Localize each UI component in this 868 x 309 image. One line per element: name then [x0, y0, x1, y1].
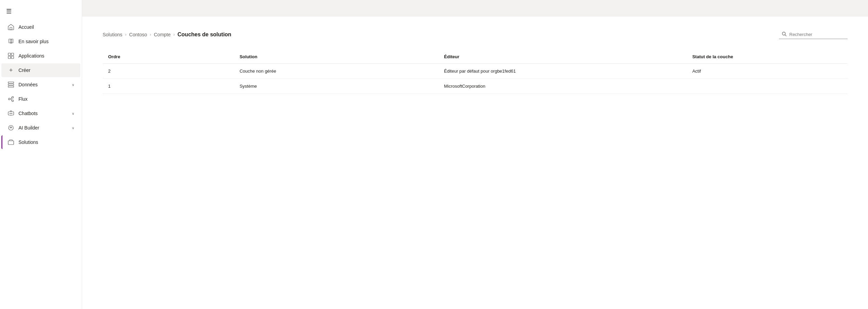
col-header-ordre: Ordre — [103, 50, 234, 64]
sidebar-item-solutions[interactable]: Solutions — [1, 135, 80, 149]
cell-editeur-1: Éditeur par défaut pour orgbe1fed61 — [439, 64, 687, 79]
svg-point-15 — [11, 111, 11, 111]
ai-builder-chevron-icon: ∨ — [72, 126, 74, 130]
sidebar-item-donnees-label: Données — [18, 82, 68, 87]
sidebar-item-en-savoir-plus[interactable]: En savoir plus — [1, 35, 80, 48]
hamburger-button[interactable]: ☰ — [0, 3, 82, 20]
cell-ordre-1: 2 — [103, 64, 234, 79]
breadcrumb-sep-3: › — [173, 32, 175, 37]
svg-point-19 — [782, 32, 786, 35]
sidebar-item-applications[interactable]: Applications — [1, 49, 80, 63]
sidebar: ☰ Accueil En savoir plus Applications + … — [0, 0, 82, 309]
sidebar-item-donnees[interactable]: Données ∨ — [1, 78, 80, 91]
svg-point-9 — [12, 97, 14, 98]
table-row[interactable]: 2 Couche non gérée Éditeur par défaut po… — [103, 64, 847, 79]
svg-rect-18 — [8, 141, 14, 145]
sidebar-item-flux[interactable]: Flux — [1, 92, 80, 106]
sidebar-item-flux-label: Flux — [18, 96, 74, 102]
svg-point-8 — [9, 98, 10, 100]
breadcrumb-sep-2: › — [150, 32, 151, 37]
solutions-icon — [8, 139, 14, 146]
svg-rect-3 — [8, 56, 11, 59]
sidebar-item-applications-label: Applications — [18, 53, 74, 59]
breadcrumb: Solutions › Contoso › Compte › Couches d… — [103, 32, 231, 38]
svg-point-13 — [11, 113, 11, 114]
book-icon — [8, 38, 14, 45]
main-content: Solutions › Contoso › Compte › Couches d… — [82, 0, 868, 309]
flux-icon — [8, 96, 14, 102]
breadcrumb-compte[interactable]: Compte — [154, 32, 171, 37]
chatbots-chevron-icon: ∨ — [72, 112, 74, 115]
col-header-statut: Statut de la couche — [687, 50, 847, 64]
svg-rect-5 — [8, 82, 14, 83]
sidebar-item-ai-builder-label: AI Builder — [18, 125, 68, 131]
content-area: Solutions › Contoso › Compte › Couches d… — [82, 16, 868, 309]
breadcrumb-current: Couches de solution — [178, 32, 231, 38]
applications-icon — [8, 52, 14, 59]
breadcrumb-contoso[interactable]: Contoso — [129, 32, 147, 37]
cell-solution-1: Couche non gérée — [234, 64, 439, 79]
home-icon — [8, 24, 14, 30]
sidebar-item-accueil-label: Accueil — [18, 24, 74, 30]
svg-point-12 — [10, 113, 10, 114]
cell-editeur-2: MicrosoftCorporation — [439, 79, 687, 94]
svg-rect-2 — [11, 53, 14, 55]
ai-builder-icon — [8, 124, 14, 131]
cell-solution-2: Système — [234, 79, 439, 94]
cell-ordre-2: 1 — [103, 79, 234, 94]
search-icon — [782, 32, 787, 37]
table-header: Ordre Solution Éditeur Statut de la couc… — [103, 50, 847, 64]
sidebar-item-chatbots[interactable]: Chatbots ∨ — [1, 107, 80, 120]
creer-icon: + — [8, 67, 14, 74]
col-header-solution: Solution — [234, 50, 439, 64]
search-box[interactable] — [779, 30, 847, 39]
svg-rect-6 — [8, 84, 14, 85]
svg-point-10 — [12, 100, 14, 102]
cell-statut-2 — [687, 79, 847, 94]
svg-point-14 — [12, 113, 12, 114]
svg-rect-4 — [11, 56, 14, 59]
col-header-editeur: Éditeur — [439, 50, 687, 64]
table-row[interactable]: 1 Système MicrosoftCorporation — [103, 79, 847, 94]
svg-rect-1 — [8, 53, 11, 55]
donnees-icon — [8, 81, 14, 88]
table-body: 2 Couche non gérée Éditeur par défaut po… — [103, 64, 847, 94]
sidebar-item-chatbots-label: Chatbots — [18, 111, 68, 116]
svg-rect-0 — [10, 27, 12, 30]
search-input[interactable] — [789, 32, 844, 37]
svg-point-17 — [11, 127, 12, 128]
donnees-chevron-icon: ∨ — [72, 83, 74, 87]
solution-layers-table: Ordre Solution Éditeur Statut de la couc… — [103, 50, 847, 94]
breadcrumb-solutions[interactable]: Solutions — [103, 32, 122, 37]
svg-rect-7 — [8, 86, 14, 87]
hamburger-icon: ☰ — [6, 8, 12, 15]
sidebar-item-accueil[interactable]: Accueil — [1, 20, 80, 34]
breadcrumb-sep-1: › — [125, 32, 127, 37]
sidebar-item-creer-label: Créer — [18, 67, 74, 73]
chatbots-icon — [8, 110, 14, 117]
top-bar — [82, 0, 868, 16]
breadcrumb-row: Solutions › Contoso › Compte › Couches d… — [103, 30, 847, 39]
sidebar-item-solutions-label: Solutions — [18, 139, 74, 145]
sidebar-item-ai-builder[interactable]: AI Builder ∨ — [1, 121, 80, 135]
sidebar-item-creer[interactable]: + Créer — [1, 63, 80, 77]
sidebar-item-en-savoir-plus-label: En savoir plus — [18, 39, 74, 44]
cell-statut-1: Actif — [687, 64, 847, 79]
